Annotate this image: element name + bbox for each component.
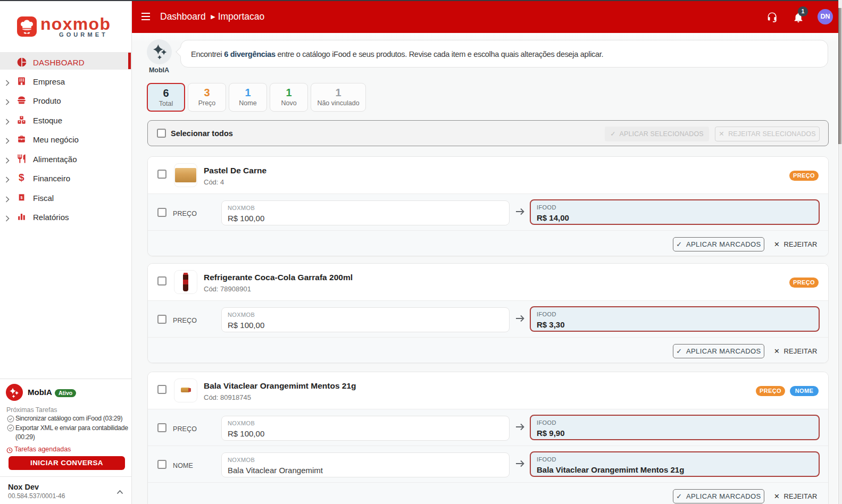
- svg-text:$: $: [21, 196, 23, 200]
